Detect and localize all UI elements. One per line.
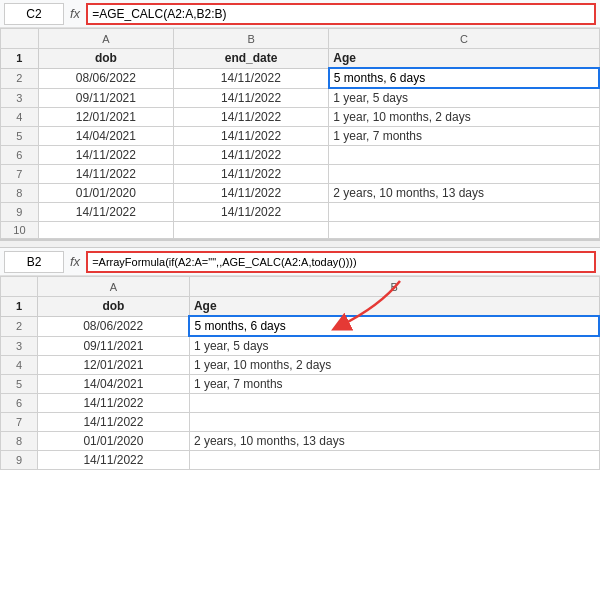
fx-icon-top: fx (70, 6, 80, 21)
table-row: 9 14/11/2022 (1, 451, 600, 470)
header-end-date: end_date (173, 49, 328, 69)
row-num-6: 6 (1, 146, 39, 165)
cell-bb9[interactable] (189, 451, 599, 470)
cell-ba5[interactable]: 14/04/2021 (37, 375, 189, 394)
cell-c8[interactable]: 2 years, 10 months, 13 days (329, 184, 599, 203)
cell-ba7[interactable]: 14/11/2022 (37, 413, 189, 432)
cell-bb4[interactable]: 1 year, 10 months, 2 days (189, 356, 599, 375)
bottom-sheet-table: A B 1 dob Age 2 08/06/2022 5 months, 6 d… (0, 276, 600, 470)
bottom-formula-input[interactable] (86, 251, 596, 273)
cell-ba6[interactable]: 14/11/2022 (37, 394, 189, 413)
cell-b7[interactable]: 14/11/2022 (173, 165, 328, 184)
cell-b10[interactable] (173, 222, 328, 239)
row-num-9: 9 (1, 203, 39, 222)
col-header-b[interactable]: B (173, 29, 328, 49)
header-age: Age (329, 49, 599, 69)
top-spreadsheet: fx A B C 1 dob end_date Age (0, 0, 600, 240)
col-header-a-bottom[interactable]: A (37, 277, 189, 297)
top-formula-bar: fx (0, 0, 600, 28)
cell-a7[interactable]: 14/11/2022 (38, 165, 173, 184)
row-num-5: 5 (1, 127, 39, 146)
cell-a2[interactable]: 08/06/2022 (38, 68, 173, 88)
row-num-10: 10 (1, 222, 39, 239)
row-num-b2: 2 (1, 316, 38, 336)
top-cell-ref[interactable] (4, 3, 64, 25)
header-age-bottom: Age (189, 297, 599, 317)
cell-c4[interactable]: 1 year, 10 months, 2 days (329, 108, 599, 127)
cell-bb8[interactable]: 2 years, 10 months, 13 days (189, 432, 599, 451)
row-num-2: 2 (1, 68, 39, 88)
cell-b2[interactable]: 14/11/2022 (173, 68, 328, 88)
row-num-b6: 6 (1, 394, 38, 413)
row-num-b9: 9 (1, 451, 38, 470)
cell-ba4[interactable]: 12/01/2021 (37, 356, 189, 375)
top-formula-input[interactable] (86, 3, 596, 25)
cell-bb2[interactable]: 5 months, 6 days (189, 316, 599, 336)
corner-header (1, 29, 39, 49)
bottom-spreadsheet: fx A B 1 dob Age 2 08/06/2022 5 (0, 248, 600, 470)
col-header-a[interactable]: A (38, 29, 173, 49)
col-header-c[interactable]: C (329, 29, 599, 49)
cell-c3[interactable]: 1 year, 5 days (329, 88, 599, 108)
cell-b5[interactable]: 14/11/2022 (173, 127, 328, 146)
bottom-formula-bar: fx (0, 248, 600, 276)
row-num-b4: 4 (1, 356, 38, 375)
table-row: 9 14/11/2022 14/11/2022 (1, 203, 600, 222)
cell-a3[interactable]: 09/11/2021 (38, 88, 173, 108)
cell-c5[interactable]: 1 year, 7 months (329, 127, 599, 146)
row-num-8: 8 (1, 184, 39, 203)
table-row: 3 09/11/2021 1 year, 5 days (1, 336, 600, 356)
table-row: 5 14/04/2021 1 year, 7 months (1, 375, 600, 394)
data-header-row: 1 dob end_date Age (1, 49, 600, 69)
data-header-row-bottom: 1 dob Age (1, 297, 600, 317)
cell-bb3[interactable]: 1 year, 5 days (189, 336, 599, 356)
col-header-row: A B C (1, 29, 600, 49)
table-row: 8 01/01/2020 14/11/2022 2 years, 10 mont… (1, 184, 600, 203)
table-row: 2 08/06/2022 5 months, 6 days (1, 316, 600, 336)
fx-icon-bottom: fx (70, 254, 80, 269)
cell-ba3[interactable]: 09/11/2021 (37, 336, 189, 356)
col-header-row-bottom: A B (1, 277, 600, 297)
bottom-cell-ref[interactable] (4, 251, 64, 273)
cell-ba2[interactable]: 08/06/2022 (37, 316, 189, 336)
cell-ba9[interactable]: 14/11/2022 (37, 451, 189, 470)
cell-bb7[interactable] (189, 413, 599, 432)
cell-a9[interactable]: 14/11/2022 (38, 203, 173, 222)
table-row: 2 08/06/2022 14/11/2022 5 months, 6 days (1, 68, 600, 88)
table-row: 8 01/01/2020 2 years, 10 months, 13 days (1, 432, 600, 451)
cell-c7[interactable] (329, 165, 599, 184)
cell-c2[interactable]: 5 months, 6 days (329, 68, 599, 88)
table-row: 5 14/04/2021 14/11/2022 1 year, 7 months (1, 127, 600, 146)
cell-a5[interactable]: 14/04/2021 (38, 127, 173, 146)
row-num-7: 7 (1, 165, 39, 184)
cell-b4[interactable]: 14/11/2022 (173, 108, 328, 127)
table-row: 4 12/01/2021 14/11/2022 1 year, 10 month… (1, 108, 600, 127)
header-dob: dob (38, 49, 173, 69)
cell-bb5[interactable]: 1 year, 7 months (189, 375, 599, 394)
cell-b6[interactable]: 14/11/2022 (173, 146, 328, 165)
row-num-b3: 3 (1, 336, 38, 356)
row-num-b1: 1 (1, 297, 38, 317)
table-row: 6 14/11/2022 (1, 394, 600, 413)
section-divider (0, 240, 600, 248)
row-num-1: 1 (1, 49, 39, 69)
cell-a4[interactable]: 12/01/2021 (38, 108, 173, 127)
table-row: 7 14/11/2022 14/11/2022 (1, 165, 600, 184)
cell-a8[interactable]: 01/01/2020 (38, 184, 173, 203)
cell-b3[interactable]: 14/11/2022 (173, 88, 328, 108)
cell-a10[interactable] (38, 222, 173, 239)
header-dob-bottom: dob (37, 297, 189, 317)
cell-ba8[interactable]: 01/01/2020 (37, 432, 189, 451)
corner-header-bottom (1, 277, 38, 297)
cell-c10[interactable] (329, 222, 599, 239)
cell-b9[interactable]: 14/11/2022 (173, 203, 328, 222)
cell-b8[interactable]: 14/11/2022 (173, 184, 328, 203)
cell-c6[interactable] (329, 146, 599, 165)
row-num-b8: 8 (1, 432, 38, 451)
cell-c9[interactable] (329, 203, 599, 222)
col-header-b-bottom[interactable]: B (189, 277, 599, 297)
table-row: 4 12/01/2021 1 year, 10 months, 2 days (1, 356, 600, 375)
cell-bb6[interactable] (189, 394, 599, 413)
cell-a6[interactable]: 14/11/2022 (38, 146, 173, 165)
row-num-4: 4 (1, 108, 39, 127)
